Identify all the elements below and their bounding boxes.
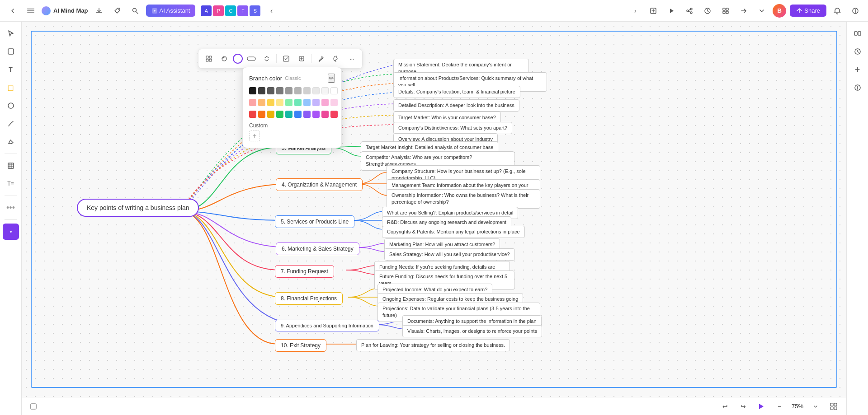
branch-appendices[interactable]: 9. Appendices and Supporting Information xyxy=(275,320,379,331)
collapse-button[interactable]: ‹ xyxy=(264,4,278,18)
clock-button[interactable] xyxy=(700,4,715,18)
branch-services[interactable]: 5. Services or Products Line xyxy=(275,215,354,228)
swatch-amber[interactable] xyxy=(267,111,274,118)
swatch-black[interactable] xyxy=(249,87,256,94)
info-button[interactable] xyxy=(848,4,863,18)
canvas-area[interactable]: Key points of writing a business plan Mi… xyxy=(22,22,846,397)
leaf-org-3[interactable]: Ownership Information: Who owns the busi… xyxy=(387,189,540,209)
branch-funding[interactable]: 7. Funding Request xyxy=(275,265,334,278)
right-tool-2[interactable] xyxy=(849,43,866,60)
right-info[interactable] xyxy=(849,79,866,96)
swatch-yellow-light[interactable] xyxy=(276,99,283,106)
right-tool-1[interactable] xyxy=(849,25,866,42)
zoom-dropdown-button[interactable] xyxy=(808,399,823,414)
swatch-gray4[interactable] xyxy=(294,87,302,94)
swatch-red[interactable] xyxy=(249,111,256,118)
leaf-top-4[interactable]: Detailed Description: A deeper look into… xyxy=(393,99,519,112)
add-frame-button[interactable] xyxy=(646,4,660,18)
grid-button[interactable] xyxy=(718,4,733,18)
swatch-gray3[interactable] xyxy=(285,87,292,94)
swatch-blue[interactable] xyxy=(294,111,302,118)
share-button[interactable]: Share xyxy=(790,5,826,17)
tab-blue[interactable]: A xyxy=(201,5,212,16)
swatch-violet[interactable] xyxy=(303,111,311,118)
zoom-out-button[interactable]: − xyxy=(772,399,787,414)
cursor-tool[interactable] xyxy=(3,25,19,42)
leaf-top-3[interactable]: Details: Company's location, team, & fin… xyxy=(393,86,520,98)
leaf-srv-3[interactable]: Copyrights & Patents: Mention any legal … xyxy=(382,226,525,238)
ft-pill-btn[interactable] xyxy=(245,52,258,65)
undo-button[interactable]: ↩ xyxy=(718,399,732,414)
leaf-exit-1[interactable]: Plan for Leaving: Your strategy for sell… xyxy=(356,339,510,351)
swatch-gray5[interactable] xyxy=(303,87,311,94)
ft-more-btn[interactable]: ··· xyxy=(345,52,359,65)
swatch-white[interactable] xyxy=(330,87,338,94)
ft-select-btn[interactable] xyxy=(279,52,293,65)
leaf-app-2[interactable]: Visuals: Charts, images, or designs to r… xyxy=(402,325,542,337)
swatch-light1[interactable] xyxy=(312,87,320,94)
notification-button[interactable] xyxy=(830,4,844,18)
ai-badge[interactable]: ✦ xyxy=(3,224,19,240)
menu-button[interactable] xyxy=(24,4,38,18)
tab-pink[interactable]: P xyxy=(213,5,224,16)
frame-tool[interactable] xyxy=(3,43,19,60)
swatch-pink[interactable] xyxy=(321,111,329,118)
swatch-gray1[interactable] xyxy=(267,87,274,94)
leaf-top-6[interactable]: Company's Distinctiveness: What sets you… xyxy=(393,122,512,134)
swatch-pink-light[interactable] xyxy=(321,99,329,106)
search-button[interactable] xyxy=(128,4,142,18)
shape-tool[interactable] xyxy=(3,98,19,114)
ft-bg-btn[interactable] xyxy=(217,52,231,65)
swatch-green[interactable] xyxy=(276,111,283,118)
swatch-amber-light[interactable] xyxy=(267,99,274,106)
share-link-button[interactable] xyxy=(682,4,697,18)
swatch-rose-light[interactable] xyxy=(330,99,338,106)
bottom-frame-btn[interactable] xyxy=(27,400,40,413)
pen-tool[interactable] xyxy=(3,116,19,132)
ft-palette-btn[interactable] xyxy=(330,52,343,65)
play-button[interactable] xyxy=(664,4,679,18)
ai-assistant-button[interactable]: ✦ AI Assistant xyxy=(146,5,196,17)
tab-purple[interactable]: F xyxy=(237,5,248,16)
branch-org-management[interactable]: 4. Organization & Management xyxy=(276,178,363,191)
download-button[interactable] xyxy=(92,4,106,18)
tab-teal[interactable]: C xyxy=(225,5,236,16)
swatch-violet-light[interactable] xyxy=(312,99,320,106)
swatch-purple[interactable] xyxy=(312,111,320,118)
ft-chevron-btn[interactable] xyxy=(260,52,274,65)
swatch-teal[interactable] xyxy=(285,111,292,118)
more-tools[interactable]: ••• xyxy=(3,200,19,216)
chevron-down-button[interactable] xyxy=(755,4,769,18)
right-add[interactable]: + xyxy=(849,61,866,78)
swatch-teal-light[interactable] xyxy=(294,99,302,106)
swatch-blue-light[interactable] xyxy=(303,99,311,106)
swatch-dark[interactable] xyxy=(258,87,265,94)
tab-indigo[interactable]: S xyxy=(250,5,260,16)
cp-add-color-button[interactable]: + xyxy=(249,131,260,141)
swatch-green-light[interactable] xyxy=(285,99,292,106)
ft-grid-btn[interactable] xyxy=(202,52,216,65)
cursor-mode-button[interactable] xyxy=(754,399,769,414)
back-button[interactable] xyxy=(5,4,20,18)
cp-edit-button[interactable]: ✏ xyxy=(328,74,335,83)
swatch-orange[interactable] xyxy=(258,111,265,118)
swatch-rose[interactable] xyxy=(330,111,338,118)
eraser-tool[interactable] xyxy=(3,134,19,150)
ft-brush-btn[interactable] xyxy=(314,52,328,65)
swatch-gray2[interactable] xyxy=(276,87,283,94)
branch-exit[interactable]: 10. Exit Strategy xyxy=(275,339,326,352)
branch-marketing[interactable]: 6. Marketing & Sales Strategy xyxy=(276,242,359,255)
table-tool[interactable] xyxy=(3,158,19,174)
central-node[interactable]: Key points of writing a business plan xyxy=(77,199,199,217)
leaf-mkt-2[interactable]: Sales Strategy: How will you sell your p… xyxy=(384,248,515,261)
text-tool[interactable]: T xyxy=(3,61,19,78)
redo-button[interactable]: ↪ xyxy=(736,399,750,414)
ft-frame-btn[interactable] xyxy=(295,52,308,65)
expand-right-button[interactable]: › xyxy=(628,4,642,18)
tag-button[interactable] xyxy=(110,4,124,18)
arrow-button[interactable] xyxy=(736,4,751,18)
sticky-note-tool[interactable]: ◻ xyxy=(3,79,19,96)
swatch-orange-light[interactable] xyxy=(258,99,265,106)
fit-view-button[interactable] xyxy=(826,399,841,414)
branch-financial[interactable]: 8. Financial Projections xyxy=(275,292,343,305)
